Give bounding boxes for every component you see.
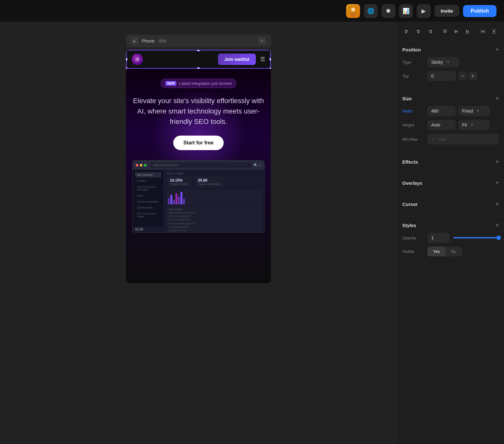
align-left-btn[interactable] [402, 26, 412, 37]
svg-point-2 [350, 12, 356, 16]
align-right-btn[interactable] [425, 26, 435, 37]
minmax-placeholder: Add... [439, 137, 450, 142]
dash-body: Site Overview Analytics Search Keyword D… [133, 170, 264, 226]
svg-rect-24 [492, 29, 496, 30]
user-avatar[interactable] [346, 4, 360, 18]
selection-handle-tl[interactable] [126, 50, 128, 51]
svg-rect-10 [430, 32, 432, 33]
overlays-section: Overlays + [397, 175, 504, 196]
overlays-add-btn[interactable]: + [495, 180, 499, 186]
publish-button[interactable]: Publish [463, 5, 496, 17]
phone-add-btn[interactable]: + [258, 37, 266, 45]
selection-handle-mr[interactable] [269, 58, 271, 61]
phone-navbar[interactable]: Join waitlist ☰ [126, 50, 271, 69]
selection-handle-ml[interactable] [126, 58, 128, 61]
minmax-row: Min Max ↔ Add... [402, 134, 499, 144]
join-waitlist-button[interactable]: Join waitlist [218, 54, 256, 65]
badge-new-label: NEW [165, 81, 176, 86]
minmax-input[interactable]: ↔ Add... [427, 134, 499, 144]
visible-label: Visible [402, 249, 427, 254]
cursor-header: Cursor + [402, 201, 499, 207]
visible-toggle: Yes No [427, 247, 462, 256]
distribute-h-btn[interactable] [478, 26, 488, 37]
phone-frame: ☰ Join waitlist ☰ [126, 50, 271, 283]
size-add-btn[interactable]: + [495, 95, 499, 102]
chart-icon-btn[interactable]: 📊 [399, 4, 413, 18]
type-row: Type Sticky ▼ [402, 57, 499, 67]
styles-title: Styles [402, 223, 416, 228]
cursor-add-btn[interactable]: + [495, 201, 499, 207]
svg-rect-22 [485, 29, 485, 34]
visible-no-btn[interactable]: No [445, 247, 462, 256]
phone-number: 809 [159, 38, 166, 44]
height-input[interactable] [427, 120, 456, 130]
align-center-v-btn[interactable] [451, 26, 461, 37]
align-divider-2 [475, 28, 475, 35]
height-mode-dropdown[interactable]: Fit ▼ [458, 120, 490, 130]
effects-title: Effects [402, 159, 418, 165]
svg-rect-19 [468, 31, 469, 33]
width-row: Width Fixed ▼ [402, 106, 499, 116]
hamburger-icon[interactable]: ☰ [260, 56, 265, 63]
dash-stat-1-val: 10.15% [170, 178, 188, 183]
position-add-btn[interactable]: + [495, 46, 499, 53]
distribute-v-btn[interactable] [489, 26, 499, 37]
overlays-title: Overlays [402, 180, 422, 186]
visible-yes-btn[interactable]: Yes [427, 247, 445, 256]
opacity-slider-row [453, 237, 499, 238]
dash-stat-2-label: Organic Impressions [198, 183, 221, 185]
top-input[interactable] [427, 71, 456, 81]
minmax-label: Min Max [402, 137, 427, 142]
opacity-input[interactable] [427, 233, 450, 243]
type-dropdown[interactable]: Sticky ▼ [427, 57, 459, 67]
svg-rect-20 [465, 33, 470, 34]
width-input[interactable] [427, 106, 456, 116]
dash-keywords-box: Top Keywords digital pipeline: processin… [167, 207, 262, 233]
dash-sidebar-performance: Site Performance Issues [135, 211, 161, 219]
invite-button[interactable]: Invite [434, 5, 459, 17]
chart-bar-2 [170, 195, 172, 204]
play-icon-btn[interactable]: ▶ [417, 4, 431, 18]
effects-section: Effects + [397, 154, 504, 175]
dash-sidebar-audit: Backlink Audit [135, 205, 161, 210]
dash-main: Jun 24 - Today 10.15% Organic Position 3… [164, 170, 264, 226]
align-top-btn[interactable] [440, 26, 450, 37]
opacity-slider-thumb [496, 236, 501, 240]
chart-bar-7 [183, 199, 185, 204]
align-center-h-btn[interactable] [414, 26, 424, 37]
svg-rect-26 [493, 31, 495, 32]
top-increment-btn[interactable]: + [468, 72, 477, 80]
dash-sidebar-backlinks: Search Keyword Descriptor [135, 184, 161, 192]
overlays-header: Overlays + [402, 180, 499, 186]
top-decrement-btn[interactable]: − [458, 72, 467, 80]
svg-rect-11 [432, 29, 432, 34]
selection-handle-tr[interactable] [269, 50, 271, 51]
nav-logo [132, 54, 143, 65]
dash-keywords: Top Keywords digital pipeline: processin… [167, 207, 262, 233]
globe-icon-btn[interactable]: 🌐 [364, 4, 378, 18]
opacity-slider[interactable] [453, 237, 499, 238]
dash-stat-2: 35.6K Organic Impressions [195, 176, 224, 187]
align-bottom-btn[interactable] [462, 26, 472, 37]
styles-add-btn[interactable]: + [495, 222, 499, 228]
svg-rect-14 [443, 30, 447, 30]
type-value: Sticky [431, 60, 443, 65]
position-title: Position [402, 47, 421, 52]
selection-handle-tm[interactable] [197, 50, 200, 51]
type-label: Type [402, 60, 427, 65]
svg-rect-17 [454, 32, 458, 32]
new-badge: NEW Latest integration just arrived [161, 79, 236, 88]
width-mode-chevron: ▼ [476, 109, 480, 113]
record-icon-btn[interactable]: ⏺ [381, 4, 395, 18]
width-mode-dropdown[interactable]: Fixed ▼ [458, 106, 490, 116]
opacity-row: Opacity [402, 233, 499, 243]
styles-section: Styles + Opacity Visible Yes No [397, 217, 504, 266]
svg-rect-13 [445, 31, 446, 33]
start-for-free-button[interactable]: Start for free [173, 136, 224, 150]
chart-bar-5 [178, 196, 180, 204]
top-label: Top [402, 74, 427, 79]
effects-add-btn[interactable]: + [495, 159, 499, 165]
phone-play-icon[interactable]: ▶ [131, 37, 139, 45]
height-mode-chevron: ▼ [470, 123, 474, 127]
styles-header: Styles + [402, 222, 499, 228]
